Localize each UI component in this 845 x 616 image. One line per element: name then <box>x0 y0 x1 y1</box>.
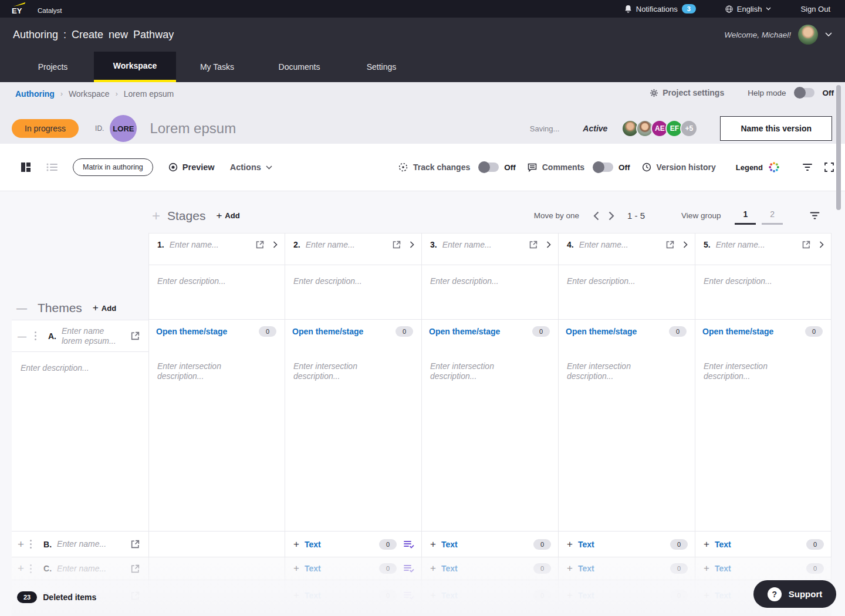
add-text-link[interactable]: Text <box>578 540 594 549</box>
stage-description-field[interactable]: Enter description... <box>567 276 636 286</box>
plus-icon[interactable]: + <box>567 563 573 574</box>
add-row-icon[interactable]: + <box>18 562 24 575</box>
pathway-title[interactable]: Lorem epsum <box>150 120 236 137</box>
stages-collapse-icon[interactable]: + <box>152 208 160 224</box>
chevron-right-icon[interactable] <box>273 241 278 248</box>
chevron-right-icon[interactable] <box>410 241 414 248</box>
chevron-right-icon[interactable] <box>546 241 551 248</box>
stage-description-field[interactable]: Enter description... <box>157 276 226 286</box>
plus-icon[interactable]: + <box>430 539 436 550</box>
support-button[interactable]: ? Support <box>753 580 836 608</box>
vertical-scrollbar[interactable] <box>836 85 841 210</box>
stage-description-field[interactable]: Enter description... <box>293 276 362 286</box>
chevron-right-icon[interactable] <box>683 241 688 248</box>
stage-description-field[interactable]: Enter description... <box>704 276 772 286</box>
sign-out-button[interactable]: Sign Out <box>800 5 830 13</box>
theme-collapse-icon[interactable]: — <box>18 331 26 341</box>
stage-name-field[interactable]: Enter name... <box>306 240 392 249</box>
breadcrumb-authoring[interactable]: Authoring <box>15 89 55 99</box>
add-text-link[interactable]: Text <box>578 564 594 573</box>
theme-name-field[interactable]: Enter name... <box>57 564 130 574</box>
checklist-icon[interactable] <box>404 540 414 549</box>
help-mode-toggle[interactable] <box>795 88 814 97</box>
tab-settings[interactable]: Settings <box>340 52 422 82</box>
intersection-description-field[interactable]: Enter intersection description... <box>559 337 667 381</box>
tab-documents[interactable]: Documents <box>258 52 340 82</box>
plus-icon[interactable]: + <box>430 563 436 574</box>
version-history-button[interactable]: Version history <box>642 163 716 172</box>
add-text-link[interactable]: Text <box>715 591 731 600</box>
tab-my-tasks[interactable]: My Tasks <box>176 52 258 82</box>
tab-projects[interactable]: Projects <box>12 52 94 82</box>
project-settings-button[interactable]: Project settings <box>650 88 724 97</box>
stages-filter-icon[interactable] <box>810 212 820 219</box>
plus-icon[interactable]: + <box>293 539 299 550</box>
comments-toggle[interactable] <box>593 163 613 172</box>
drag-handle-icon[interactable] <box>35 331 36 340</box>
checklist-icon[interactable] <box>404 591 414 600</box>
add-text-link[interactable]: Text <box>578 591 594 600</box>
plus-icon[interactable]: + <box>704 563 709 574</box>
stage-name-field[interactable]: Enter name... <box>716 240 802 249</box>
plus-icon[interactable]: + <box>430 590 436 601</box>
drag-handle-icon[interactable] <box>30 564 32 573</box>
add-text-link[interactable]: Text <box>441 591 458 600</box>
notifications-count-badge[interactable]: 3 <box>682 4 696 13</box>
add-text-link[interactable]: Text <box>715 564 731 573</box>
stage-name-field[interactable]: Enter name... <box>170 240 255 249</box>
matrix-view-icon[interactable] <box>21 162 31 172</box>
checklist-icon[interactable] <box>404 564 414 573</box>
theme-name-field[interactable]: Enter namelorem epsum... <box>62 326 130 346</box>
name-this-version-button[interactable]: Name this version <box>720 116 832 141</box>
plus-icon[interactable]: + <box>567 590 573 601</box>
open-theme-stage-link[interactable]: Open theme/stage <box>702 327 773 336</box>
open-in-new-icon[interactable] <box>130 331 140 341</box>
themes-collapse-icon[interactable]: — <box>16 302 27 314</box>
open-in-new-icon[interactable] <box>130 591 140 601</box>
plus-icon[interactable]: + <box>293 590 299 601</box>
add-text-link[interactable]: Text <box>715 540 731 549</box>
add-text-link[interactable]: Text <box>441 540 458 549</box>
stage-name-field[interactable]: Enter name... <box>579 240 665 249</box>
breadcrumb-workspace[interactable]: Workspace <box>69 89 110 99</box>
add-text-link[interactable]: Text <box>441 564 458 573</box>
preview-button[interactable]: Preview <box>168 163 215 172</box>
plus-icon[interactable]: + <box>567 539 573 550</box>
avatar-overflow[interactable]: +5 <box>680 120 698 137</box>
matrix-mode-pill[interactable]: Matrix in authoring <box>73 158 153 176</box>
plus-icon[interactable]: + <box>293 563 299 574</box>
language-selector[interactable]: English <box>725 5 772 13</box>
drag-handle-icon[interactable] <box>30 540 32 549</box>
stage-name-field[interactable]: Enter name... <box>442 240 529 249</box>
add-theme-button[interactable]: + Add <box>93 302 116 314</box>
move-right-button[interactable] <box>604 211 619 221</box>
add-text-link[interactable]: Text <box>305 540 321 549</box>
stage-description-field[interactable]: Enter description... <box>430 276 499 286</box>
plus-icon[interactable]: + <box>704 590 709 601</box>
deleted-items-button[interactable]: 23 Deleted items <box>17 591 96 603</box>
open-theme-stage-link[interactable]: Open theme/stage <box>156 327 227 336</box>
add-text-link[interactable]: Text <box>305 591 321 600</box>
open-in-new-icon[interactable] <box>255 240 265 249</box>
add-stage-button[interactable]: + Add <box>216 210 239 222</box>
intersection-description-field[interactable]: Enter intersection description... <box>285 337 394 381</box>
intersection-description-field[interactable]: Enter intersection description... <box>695 337 804 381</box>
actions-menu[interactable]: Actions <box>230 163 272 172</box>
open-theme-stage-link[interactable]: Open theme/stage <box>292 327 363 336</box>
intersection-description-field[interactable]: Enter intersection description... <box>149 337 258 381</box>
move-left-button[interactable] <box>589 211 604 221</box>
chevron-down-icon[interactable] <box>825 32 832 37</box>
add-row-icon[interactable]: + <box>18 538 24 551</box>
theme-description-field[interactable]: Enter description... <box>21 363 89 373</box>
open-in-new-icon[interactable] <box>529 240 538 249</box>
theme-name-field[interactable]: Enter name... <box>57 539 130 549</box>
intersection-description-field[interactable]: Enter intersection description... <box>422 337 530 381</box>
track-changes-toggle[interactable] <box>479 163 499 172</box>
open-in-new-icon[interactable] <box>392 240 401 249</box>
open-in-new-icon[interactable] <box>802 240 811 249</box>
add-text-link[interactable]: Text <box>305 564 321 573</box>
view-group-2[interactable]: 2 <box>762 207 783 225</box>
view-group-1[interactable]: 1 <box>735 207 756 225</box>
chevron-right-icon[interactable] <box>819 241 824 248</box>
open-in-new-icon[interactable] <box>130 539 140 549</box>
